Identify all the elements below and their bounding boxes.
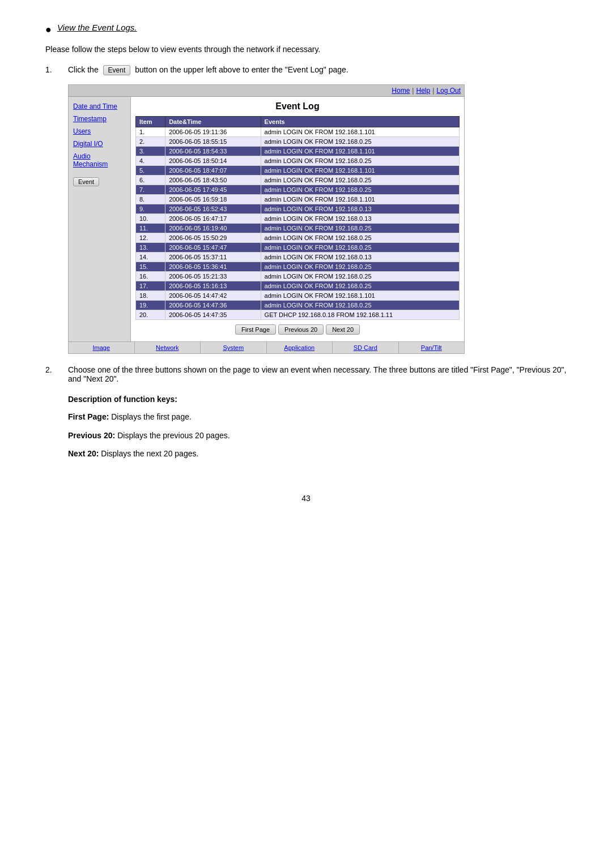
nav-image[interactable]: Image bbox=[69, 342, 135, 353]
table-row: 7.2006-06-05 17:49:45admin LOGIN OK FROM… bbox=[136, 185, 460, 195]
step-2-text: Choose one of the three buttons shown on… bbox=[68, 365, 567, 383]
cell-item-num: 4. bbox=[136, 156, 165, 166]
table-header-row: Item Date&Time Events bbox=[136, 117, 460, 127]
cell-datetime: 2006-06-05 15:16:13 bbox=[165, 281, 261, 291]
cell-datetime: 2006-06-05 16:19:40 bbox=[165, 224, 261, 233]
cell-item-num: 11. bbox=[136, 224, 165, 233]
desc-next-20-text: Displays the next 20 pages. bbox=[101, 449, 198, 458]
cell-item-num: 20. bbox=[136, 310, 165, 320]
cell-item-num: 15. bbox=[136, 262, 165, 272]
cell-item-num: 9. bbox=[136, 204, 165, 214]
first-page-button[interactable]: First Page bbox=[235, 324, 276, 335]
table-row: 18.2006-06-05 14:47:42admin LOGIN OK FRO… bbox=[136, 291, 460, 301]
col-datetime: Date&Time bbox=[165, 117, 261, 127]
step-1-text2: button on the upper left above to enter … bbox=[135, 65, 348, 74]
cell-event: admin LOGIN OK FROM 192.168.0.25 bbox=[261, 156, 459, 166]
help-link[interactable]: Help bbox=[416, 87, 430, 95]
event-button-inline: Event bbox=[103, 65, 131, 75]
cell-event: admin LOGIN OK FROM 192.168.0.25 bbox=[261, 262, 459, 272]
table-row: 1.2006-06-05 19:11:36admin LOGIN OK FROM… bbox=[136, 127, 460, 137]
cell-event: admin LOGIN OK FROM 192.168.0.13 bbox=[261, 253, 459, 262]
desc-previous-20-label: Previous 20: bbox=[68, 431, 115, 440]
cell-datetime: 2006-06-05 15:50:29 bbox=[165, 233, 261, 243]
cell-item-num: 13. bbox=[136, 243, 165, 253]
nav-network[interactable]: Network bbox=[135, 342, 201, 353]
cell-datetime: 2006-06-05 18:50:14 bbox=[165, 156, 261, 166]
cell-item-num: 18. bbox=[136, 291, 165, 301]
cell-item-num: 10. bbox=[136, 214, 165, 224]
sidebar-users[interactable]: Users bbox=[73, 127, 126, 135]
cell-event: admin LOGIN OK FROM 192.168.1.101 bbox=[261, 166, 459, 176]
cell-item-num: 8. bbox=[136, 195, 165, 204]
cell-event: admin LOGIN OK FROM 192.168.0.25 bbox=[261, 301, 459, 310]
desc-first-page: First Page: Displays the first page. bbox=[68, 411, 567, 423]
table-row: 15.2006-06-05 15:36:41admin LOGIN OK FRO… bbox=[136, 262, 460, 272]
next-20-button[interactable]: Next 20 bbox=[326, 324, 360, 335]
page-number: 43 bbox=[45, 494, 567, 503]
cell-event: admin LOGIN OK FROM 192.168.0.25 bbox=[261, 281, 459, 291]
ui-sidebar: Date and Time Timestamp Users Digital I/… bbox=[69, 97, 131, 341]
step-1-text: Click the Event button on the upper left… bbox=[68, 65, 348, 75]
bottom-nav: Image Network System Application SD Card… bbox=[69, 341, 464, 353]
table-row: 3.2006-06-05 18:54:33admin LOGIN OK FROM… bbox=[136, 147, 460, 156]
cell-datetime: 2006-06-05 14:47:35 bbox=[165, 310, 261, 320]
cell-datetime: 2006-06-05 18:43:50 bbox=[165, 176, 261, 185]
cell-event: admin LOGIN OK FROM 192.168.0.25 bbox=[261, 233, 459, 243]
cell-datetime: 2006-06-05 15:21:33 bbox=[165, 272, 261, 281]
ui-main: Event Log Item Date&Time Events 1.2006-0… bbox=[131, 97, 464, 341]
desc-title: Description of function keys: bbox=[68, 395, 567, 404]
table-row: 10.2006-06-05 16:47:17admin LOGIN OK FRO… bbox=[136, 214, 460, 224]
sidebar-date-time[interactable]: Date and Time bbox=[73, 102, 126, 110]
previous-20-button[interactable]: Previous 20 bbox=[278, 324, 324, 335]
cell-datetime: 2006-06-05 15:47:47 bbox=[165, 243, 261, 253]
step-2-num: 2. bbox=[45, 365, 68, 374]
table-row: 12.2006-06-05 15:50:29admin LOGIN OK FRO… bbox=[136, 233, 460, 243]
cell-datetime: 2006-06-05 19:11:36 bbox=[165, 127, 261, 137]
step-1-text1: Click the bbox=[68, 65, 99, 74]
cell-event: admin LOGIN OK FROM 192.168.0.25 bbox=[261, 224, 459, 233]
desc-first-page-label: First Page: bbox=[68, 412, 109, 421]
cell-event: admin LOGIN OK FROM 192.168.1.101 bbox=[261, 291, 459, 301]
desc-next-20-label: Next 20: bbox=[68, 449, 99, 458]
cell-item-num: 12. bbox=[136, 233, 165, 243]
cell-event: admin LOGIN OK FROM 192.168.1.101 bbox=[261, 127, 459, 137]
table-row: 13.2006-06-05 15:47:47admin LOGIN OK FRO… bbox=[136, 243, 460, 253]
event-log-title: Event Log bbox=[135, 101, 460, 112]
cell-item-num: 2. bbox=[136, 137, 165, 147]
bullet: ● bbox=[45, 24, 52, 36]
desc-next-20: Next 20: Displays the next 20 pages. bbox=[68, 447, 567, 460]
sidebar-event-button[interactable]: Event bbox=[73, 177, 99, 186]
intro-text: Please follow the steps below to view ev… bbox=[45, 45, 567, 54]
section-title: View the Event Logs. bbox=[57, 23, 137, 32]
ui-screenshot: Home | Help | Log Out Date and Time Time… bbox=[68, 84, 465, 354]
logout-link[interactable]: Log Out bbox=[436, 87, 461, 95]
cell-item-num: 14. bbox=[136, 253, 165, 262]
table-row: 19.2006-06-05 14:47:36admin LOGIN OK FRO… bbox=[136, 301, 460, 310]
table-row: 14.2006-06-05 15:37:11admin LOGIN OK FRO… bbox=[136, 253, 460, 262]
cell-datetime: 2006-06-05 16:59:18 bbox=[165, 195, 261, 204]
table-row: 4.2006-06-05 18:50:14admin LOGIN OK FROM… bbox=[136, 156, 460, 166]
step-1: 1. Click the Event button on the upper l… bbox=[45, 65, 567, 75]
home-link[interactable]: Home bbox=[392, 87, 410, 95]
cell-item-num: 7. bbox=[136, 185, 165, 195]
pagination: First Page Previous 20 Next 20 bbox=[135, 320, 460, 337]
cell-item-num: 1. bbox=[136, 127, 165, 137]
desc-first-page-text: Displays the first page. bbox=[111, 412, 192, 421]
event-log-table: Item Date&Time Events 1.2006-06-05 19:11… bbox=[135, 116, 460, 320]
nav-application[interactable]: Application bbox=[267, 342, 333, 353]
table-row: 11.2006-06-05 16:19:40admin LOGIN OK FRO… bbox=[136, 224, 460, 233]
nav-system[interactable]: System bbox=[201, 342, 267, 353]
sidebar-digital-io[interactable]: Digital I/O bbox=[73, 140, 126, 148]
table-row: 9.2006-06-05 16:52:43admin LOGIN OK FROM… bbox=[136, 204, 460, 214]
col-events: Events bbox=[261, 117, 459, 127]
ui-topbar: Home | Help | Log Out bbox=[69, 85, 464, 97]
cell-item-num: 6. bbox=[136, 176, 165, 185]
cell-datetime: 2006-06-05 16:52:43 bbox=[165, 204, 261, 214]
nav-sdcard[interactable]: SD Card bbox=[333, 342, 399, 353]
cell-event: admin LOGIN OK FROM 192.168.0.13 bbox=[261, 214, 459, 224]
cell-datetime: 2006-06-05 14:47:42 bbox=[165, 291, 261, 301]
sidebar-timestamp[interactable]: Timestamp bbox=[73, 115, 126, 123]
sidebar-audio[interactable]: Audio Mechanism bbox=[73, 152, 126, 168]
nav-pantilt[interactable]: Pan/Tilt bbox=[399, 342, 465, 353]
desc-previous-20-text: Displays the previous 20 pages. bbox=[117, 431, 230, 440]
